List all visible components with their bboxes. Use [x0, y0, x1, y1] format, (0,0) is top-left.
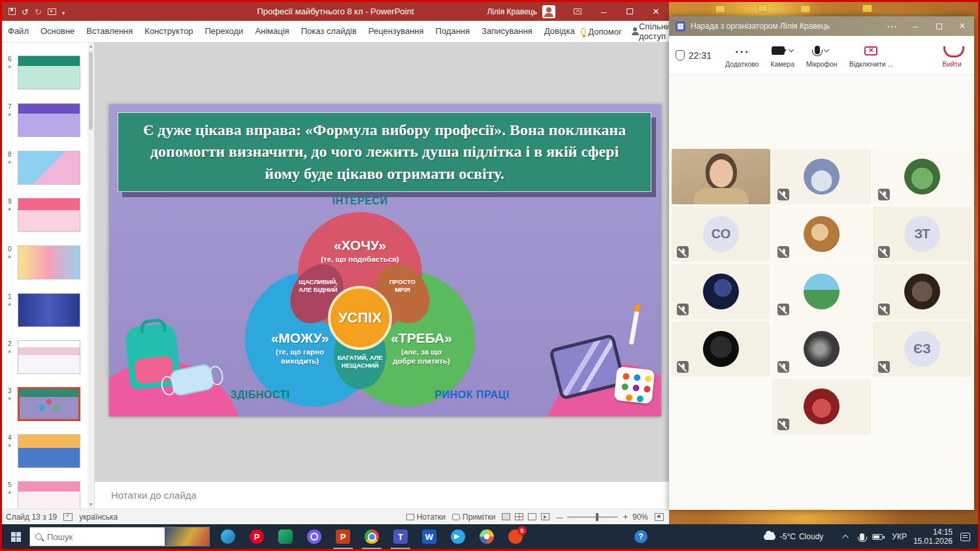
teams-maximize-button[interactable]: [927, 16, 951, 36]
zoom-out-icon[interactable]: [556, 512, 563, 522]
tray-microphone[interactable]: [854, 524, 870, 549]
reading-view-icon[interactable]: [528, 513, 536, 520]
notes-toggle-button[interactable]: Нотатки: [406, 512, 446, 522]
taskbar-notification-app[interactable]: 5: [501, 524, 530, 549]
zoom-in-icon[interactable]: [623, 512, 628, 522]
fit-slide-icon[interactable]: [655, 513, 664, 521]
more-actions-button[interactable]: Додатково: [725, 38, 759, 73]
microphone-chevron-icon[interactable]: [824, 47, 829, 52]
slide-thumbnail-selected[interactable]: 3: [18, 387, 80, 422]
redo-icon[interactable]: [35, 6, 42, 18]
news-widget-thumbnail[interactable]: [165, 527, 209, 546]
participant-tile[interactable]: [772, 321, 871, 377]
undo-icon[interactable]: [22, 6, 29, 18]
tab-home[interactable]: Основне: [35, 21, 80, 42]
spellcheck-icon[interactable]: [63, 513, 73, 521]
participant-tile[interactable]: [873, 149, 972, 204]
taskbar-help[interactable]: ?: [627, 524, 655, 549]
tab-help[interactable]: Довідка: [538, 21, 581, 42]
tab-recording[interactable]: Записування: [476, 21, 538, 42]
scroll-up-icon[interactable]: ▲: [88, 42, 94, 50]
ribbon-display-options-button[interactable]: [564, 2, 591, 21]
tab-design[interactable]: Конструктор: [139, 21, 199, 42]
language-indicator[interactable]: українська: [79, 512, 118, 522]
participant-tile-host-video[interactable]: [672, 149, 770, 204]
taskbar-telegram[interactable]: [444, 524, 472, 549]
qat-customize-chevron-icon[interactable]: [62, 6, 65, 18]
participant-tile[interactable]: ЗТ: [873, 206, 972, 262]
taskbar-powerpoint[interactable]: P: [329, 524, 357, 549]
taskbar-word[interactable]: W: [415, 524, 444, 549]
zoom-percentage[interactable]: 90%: [632, 512, 648, 522]
maximize-button[interactable]: [617, 2, 643, 21]
taskbar-google-app[interactable]: [472, 524, 501, 549]
microphone-button[interactable]: Мікрофон: [806, 38, 838, 73]
taskbar-teams[interactable]: T: [386, 524, 415, 549]
taskbar-media-app[interactable]: [271, 524, 300, 549]
start-button[interactable]: [2, 524, 29, 549]
taskbar-clock[interactable]: 14:15 15.01.2026: [913, 527, 953, 546]
scroll-down-icon[interactable]: ▼: [88, 501, 94, 509]
participant-tile[interactable]: СО: [672, 206, 770, 262]
slideshow-icon[interactable]: [48, 8, 56, 15]
desktop-shortcut-icon[interactable]: [800, 5, 810, 13]
slide-thumbnail[interactable]: 9: [18, 198, 80, 233]
tab-insert[interactable]: Вставлення: [80, 21, 139, 42]
tab-transitions[interactable]: Переходи: [199, 21, 249, 42]
participant-tile[interactable]: [772, 379, 871, 434]
teams-close-button[interactable]: [951, 16, 974, 36]
input-language[interactable]: УКР: [892, 532, 907, 541]
notes-pane[interactable]: Нотатки до слайда: [95, 481, 669, 509]
taskbar-pinterest[interactable]: P: [242, 524, 271, 549]
slide-thumbnail[interactable]: 2: [18, 340, 80, 375]
scrollbar-thumb[interactable]: [89, 52, 93, 130]
thumbnail-scrollbar[interactable]: ▲ ▼: [88, 42, 94, 509]
weather-widget[interactable]: -5°C Cloudy: [764, 532, 827, 541]
slide-thumbnail[interactable]: 8: [18, 151, 80, 186]
participant-tile[interactable]: [772, 264, 871, 319]
tab-file[interactable]: Файл: [2, 21, 35, 42]
slide-thumbnail[interactable]: 0: [18, 245, 80, 281]
slide-thumbnail[interactable]: 7: [18, 103, 80, 138]
slide-thumbnail[interactable]: 4: [18, 434, 80, 469]
zoom-slider-handle[interactable]: [596, 513, 598, 521]
tab-view[interactable]: Подання: [430, 21, 476, 42]
taskbar-viber[interactable]: [300, 524, 329, 549]
camera-button[interactable]: Камера: [770, 38, 794, 73]
participant-tile[interactable]: [873, 264, 972, 319]
tray-battery[interactable]: [870, 524, 885, 549]
slideshow-view-icon[interactable]: [541, 513, 549, 520]
teams-minimize-button[interactable]: [904, 16, 927, 36]
stop-sharing-button[interactable]: Відключити ...: [849, 38, 894, 73]
teams-more-window-options-icon[interactable]: [880, 16, 904, 36]
account-name[interactable]: Лілія Кравець: [487, 7, 537, 16]
leave-button[interactable]: Вийти: [943, 38, 962, 73]
search-input[interactable]: [47, 532, 132, 542]
save-icon[interactable]: [8, 8, 16, 15]
participant-tile[interactable]: [772, 206, 871, 262]
participant-tile[interactable]: [672, 264, 770, 319]
desktop-shortcut-icon[interactable]: [758, 5, 768, 12]
hidden-icons-button[interactable]: [838, 524, 854, 549]
minimize-button[interactable]: [591, 2, 617, 21]
slide-thumbnail[interactable]: 6: [18, 55, 80, 91]
slide-thumbnail[interactable]: 1: [18, 293, 80, 328]
close-button[interactable]: [643, 2, 669, 21]
taskbar-chrome[interactable]: [357, 524, 386, 549]
zoom-slider[interactable]: [567, 516, 618, 518]
taskbar-edge[interactable]: [214, 524, 242, 549]
action-center-icon[interactable]: [960, 533, 970, 541]
participant-tile[interactable]: [772, 149, 871, 204]
desktop-shortcut-icon[interactable]: [715, 5, 725, 13]
comments-toggle-button[interactable]: Примітки: [452, 512, 495, 522]
taskbar-search[interactable]: [29, 527, 210, 546]
camera-chevron-icon[interactable]: [789, 47, 794, 52]
slide-sorter-view-icon[interactable]: [515, 513, 523, 520]
tell-me-label[interactable]: Допомог: [588, 27, 621, 37]
participant-tile[interactable]: ЄЗ: [873, 321, 972, 377]
tab-slideshow[interactable]: Показ слайдів: [295, 21, 363, 42]
tab-animations[interactable]: Анімація: [249, 21, 295, 42]
normal-view-icon[interactable]: [502, 513, 510, 520]
tab-review[interactable]: Рецензування: [363, 21, 430, 42]
slide-canvas[interactable]: Є дуже цікава вправа: «Формула вибору пр…: [109, 104, 661, 417]
